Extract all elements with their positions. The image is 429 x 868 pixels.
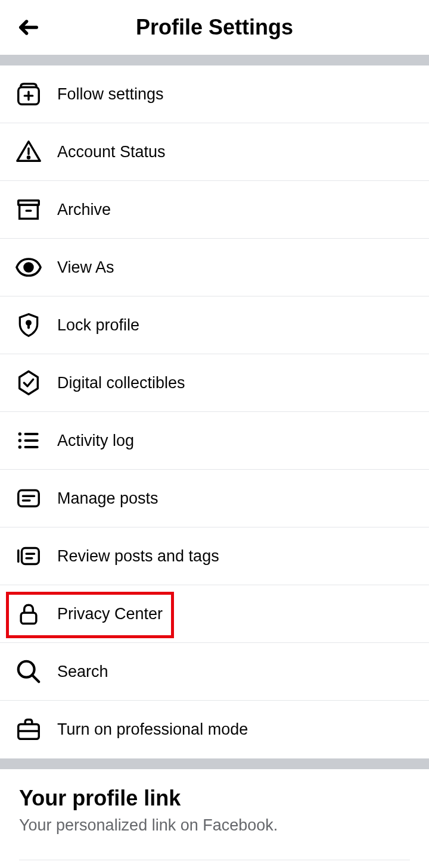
archive-icon — [14, 195, 43, 224]
lock-icon — [14, 600, 43, 628]
section-divider — [0, 758, 429, 769]
list-bullet-icon — [14, 426, 43, 455]
menu-label: Search — [57, 663, 108, 681]
menu-item-activity-log[interactable]: Activity log — [0, 412, 429, 470]
section-title: Your profile link — [19, 786, 410, 811]
profile-link-section: Your profile link Your personalized link… — [0, 769, 429, 849]
post-icon — [14, 484, 43, 513]
svg-rect-9 — [18, 491, 39, 507]
menu-label: View As — [57, 258, 114, 277]
back-button[interactable] — [14, 13, 43, 42]
svg-point-1 — [27, 157, 29, 158]
menu-item-follow-settings[interactable]: Follow settings — [0, 65, 429, 123]
svg-point-6 — [18, 432, 21, 436]
menu-label: Review posts and tags — [57, 547, 219, 566]
menu-item-digital-collectibles[interactable]: Digital collectibles — [0, 354, 429, 412]
warning-icon — [14, 138, 43, 166]
svg-point-4 — [24, 263, 33, 271]
page-title: Profile Settings — [136, 15, 293, 40]
menu-item-view-as[interactable]: View As — [0, 239, 429, 296]
menu-label: Account Status — [57, 143, 166, 161]
menu-item-lock-profile[interactable]: Lock profile — [0, 296, 429, 354]
hexagon-check-icon — [14, 369, 43, 397]
svg-rect-10 — [22, 548, 39, 564]
menu-label: Follow settings — [57, 85, 164, 104]
svg-point-7 — [18, 439, 21, 442]
menu-item-search[interactable]: Search — [0, 643, 429, 701]
posts-stack-icon — [14, 542, 43, 570]
section-subtitle: Your personalized link on Facebook. — [19, 814, 410, 837]
divider — [19, 860, 410, 860]
svg-rect-11 — [21, 613, 36, 623]
menu-label: Privacy Center — [57, 605, 163, 623]
menu-label: Lock profile — [57, 316, 139, 335]
svg-point-8 — [18, 445, 21, 449]
menu-item-account-status[interactable]: Account Status — [0, 123, 429, 181]
eye-icon — [14, 253, 43, 282]
menu-item-professional-mode[interactable]: Turn on professional mode — [0, 701, 429, 758]
section-divider — [0, 55, 429, 65]
menu-label: Manage posts — [57, 489, 158, 508]
arrow-left-icon — [17, 15, 41, 39]
search-icon — [14, 657, 43, 686]
menu-item-archive[interactable]: Archive — [0, 181, 429, 239]
menu-label: Turn on professional mode — [57, 720, 248, 739]
menu-item-privacy-center[interactable]: Privacy Center — [0, 585, 429, 643]
menu-label: Archive — [57, 201, 111, 219]
shield-lock-icon — [14, 311, 43, 339]
svg-rect-3 — [20, 205, 38, 218]
follow-icon — [14, 80, 43, 108]
menu-label: Digital collectibles — [57, 374, 185, 392]
menu-item-manage-posts[interactable]: Manage posts — [0, 470, 429, 527]
header: Profile Settings — [0, 0, 429, 55]
settings-menu: Follow settings Account Status Archive — [0, 65, 429, 758]
briefcase-icon — [14, 716, 43, 744]
menu-item-review-posts-tags[interactable]: Review posts and tags — [0, 527, 429, 585]
menu-label: Activity log — [57, 432, 134, 450]
